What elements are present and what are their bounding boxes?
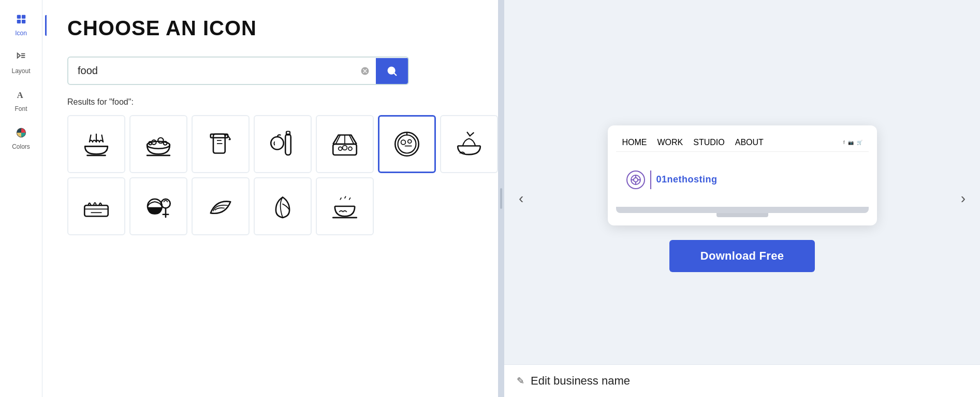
laptop-mockup: HOME WORK STUDIO ABOUT f 📷 🛒 [608, 125, 877, 225]
sidebar-item-font-label: Font [14, 105, 27, 112]
layout-icon [16, 51, 27, 65]
page-title: CHOOSE AN ICON [67, 17, 473, 40]
laptop-base [616, 207, 869, 213]
icon-cell-apple-bottle[interactable] [254, 115, 312, 173]
sidebar: Icon Layout A Font Colors [0, 0, 42, 397]
preview-content: HOME WORK STUDIO ABOUT f 📷 🛒 [608, 125, 877, 272]
svg-line-44 [467, 132, 470, 136]
svg-text:A: A [17, 90, 23, 100]
panel-divider [498, 0, 504, 397]
mockup-nav-work: WORK [657, 138, 683, 147]
sidebar-item-colors-label: Colors [12, 143, 30, 150]
sidebar-item-font[interactable]: A Font [3, 84, 40, 118]
mockup-nav-home: HOME [622, 138, 647, 147]
sidebar-item-layout-label: Layout [11, 67, 30, 75]
icon-grid [67, 115, 473, 235]
svg-rect-2 [17, 20, 20, 23]
icon-cell-seed[interactable] [254, 177, 312, 235]
svg-point-16 [164, 141, 167, 145]
mockup-nav-about: ABOUT [735, 138, 764, 147]
results-area: Results for "food": [42, 97, 498, 235]
header: CHOOSE AN ICON [42, 0, 498, 48]
svg-point-36 [348, 147, 352, 150]
mockup-logo-divider [650, 171, 651, 189]
icon-cell-salad-bowl[interactable] [129, 115, 187, 173]
mockup-nav-studio: STUDIO [693, 138, 724, 147]
results-label: Results for "food": [67, 97, 473, 107]
main-panel: CHOOSE AN ICON Results for "food": [42, 0, 498, 397]
svg-point-39 [401, 140, 406, 145]
sidebar-item-layout[interactable]: Layout [3, 46, 40, 80]
mockup-social-fb: f [843, 140, 845, 145]
mockup-social-ig: 📷 [848, 140, 854, 145]
svg-point-34 [339, 147, 342, 150]
colors-icon [16, 127, 27, 141]
icon-cell-basket-food[interactable] [316, 115, 374, 173]
search-area [42, 48, 498, 97]
svg-rect-28 [286, 132, 290, 135]
svg-point-26 [271, 137, 284, 150]
svg-line-45 [470, 133, 474, 136]
svg-point-15 [158, 138, 164, 144]
icon-cell-plate-food[interactable] [378, 115, 436, 173]
search-box [67, 56, 409, 85]
preview-next-button[interactable]: › [957, 186, 970, 211]
search-input[interactable] [68, 58, 354, 84]
svg-point-35 [343, 146, 347, 150]
mockup-logo-area: 01nethosting [616, 160, 869, 205]
icon-cell-noodles-flat[interactable] [67, 177, 125, 235]
mockup-social-cart: 🛒 [857, 140, 862, 145]
search-button[interactable] [376, 58, 408, 84]
sidebar-item-icon-label: Icon [15, 30, 27, 37]
mockup-nav-links: HOME WORK STUDIO ABOUT [622, 138, 764, 147]
svg-point-38 [398, 135, 416, 153]
edit-bar[interactable]: ✎ Edit business name [504, 364, 980, 397]
icon-cell-coconut-bowl[interactable] [129, 177, 187, 235]
svg-rect-1 [21, 15, 25, 19]
icon-cell-soup-bowl[interactable] [316, 177, 374, 235]
svg-rect-46 [84, 205, 108, 216]
icon-cell-taco[interactable] [192, 177, 250, 235]
mockup-logo-icon [626, 171, 645, 189]
preview-prev-button[interactable]: ‹ [515, 186, 528, 211]
icon-cell-noodles-bowl[interactable] [67, 115, 125, 173]
svg-rect-27 [285, 134, 291, 155]
mockup-social: f 📷 🛒 [843, 140, 862, 145]
search-clear-button[interactable] [354, 62, 376, 80]
icon-cell-drink-cup[interactable] [192, 115, 250, 173]
preview-panel: ‹ › HOME WORK STUDIO ABOUT f 📷 🛒 [504, 0, 980, 397]
sidebar-item-colors[interactable]: Colors [3, 122, 40, 155]
svg-point-40 [408, 139, 412, 143]
icon-cell-rice-bowl[interactable] [440, 115, 498, 173]
divider-handle [500, 188, 502, 209]
download-button[interactable]: Download Free [669, 240, 815, 272]
edit-icon: ✎ [517, 375, 524, 387]
font-icon: A [16, 89, 27, 103]
svg-point-37 [395, 132, 419, 156]
grid-icon [16, 13, 27, 27]
mockup-nav: HOME WORK STUDIO ABOUT f 📷 🛒 [616, 134, 869, 152]
laptop-stand [716, 213, 768, 217]
svg-rect-0 [17, 15, 20, 19]
edit-bar-label: Edit business name [531, 374, 630, 388]
sidebar-item-icon[interactable]: Icon [3, 8, 40, 42]
mockup-business-name: 01nethosting [656, 174, 718, 185]
svg-point-56 [634, 178, 638, 182]
svg-rect-3 [21, 20, 25, 23]
